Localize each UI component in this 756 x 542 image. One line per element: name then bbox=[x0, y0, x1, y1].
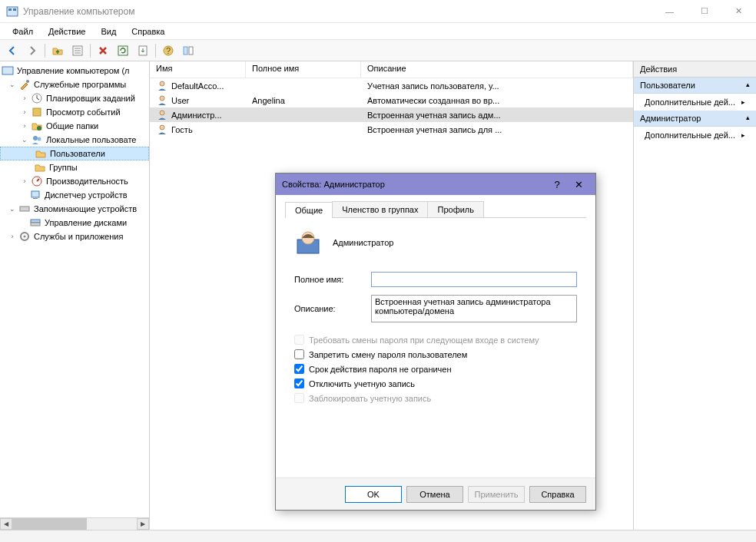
properties-button[interactable] bbox=[68, 41, 87, 60]
expander-icon[interactable]: ⌄ bbox=[20, 135, 29, 144]
actions-header: Действия bbox=[634, 61, 756, 78]
chevron-right-icon: ▸ bbox=[741, 131, 745, 139]
export-button[interactable] bbox=[134, 41, 152, 60]
tree-storage[interactable]: ⌄ Запоминающие устройств bbox=[0, 202, 149, 216]
checkbox-never-expires[interactable] bbox=[294, 364, 304, 374]
expander-icon[interactable]: › bbox=[8, 232, 17, 241]
maximize-button[interactable]: ☐ bbox=[687, 0, 721, 23]
description-input[interactable]: Встроенная учетная запись администратора… bbox=[371, 295, 577, 322]
dialog-titlebar[interactable]: Свойства: Администратор ? ✕ bbox=[276, 174, 595, 195]
col-name[interactable]: Имя bbox=[150, 61, 246, 78]
tab-membership[interactable]: Членство в группах bbox=[332, 201, 428, 217]
svg-rect-21 bbox=[32, 191, 39, 197]
actions-panel: Действия Пользователи▴Дополнительные дей… bbox=[633, 61, 756, 530]
fullname-input[interactable] bbox=[371, 272, 577, 287]
tree-local-users[interactable]: ⌄ Локальные пользовате bbox=[0, 133, 149, 147]
checkbox-account-disabled[interactable] bbox=[294, 378, 304, 388]
expander-icon[interactable]: › bbox=[20, 107, 29, 117]
folder-icon bbox=[35, 147, 47, 160]
user-icon bbox=[156, 109, 168, 121]
user-row[interactable]: ГостьВстроенная учетная запись для ... bbox=[150, 122, 633, 137]
dialog-help-button[interactable]: ? bbox=[546, 179, 568, 190]
menu-action[interactable]: Действие bbox=[41, 25, 93, 38]
back-button[interactable] bbox=[3, 41, 22, 60]
apply-button[interactable]: Применить bbox=[468, 486, 525, 503]
tree-event-viewer[interactable]: › Просмотр событий bbox=[0, 105, 149, 119]
cell-desc: Автоматически созданная во вр... bbox=[367, 96, 499, 105]
tree-root[interactable]: Управление компьютером (л bbox=[0, 64, 149, 78]
help-button[interactable]: Справка bbox=[529, 486, 586, 503]
scroll-thumb[interactable] bbox=[12, 518, 87, 530]
cell-name: Гость bbox=[171, 125, 193, 134]
tree-services[interactable]: › Службы и приложения bbox=[0, 230, 149, 243]
svg-rect-11 bbox=[184, 47, 187, 55]
col-description[interactable]: Описание bbox=[361, 61, 633, 78]
cell-desc: Встроенная учетная запись для ... bbox=[367, 125, 502, 134]
delete-button[interactable] bbox=[94, 41, 112, 60]
svg-point-29 bbox=[160, 96, 164, 101]
check-account-disabled[interactable]: Отключить учетную запись bbox=[294, 378, 577, 388]
svg-point-17 bbox=[37, 126, 41, 131]
checkbox-cannot-change[interactable] bbox=[294, 349, 304, 359]
clock-icon bbox=[31, 92, 43, 104]
user-row[interactable]: UserAngelinaАвтоматически созданная во в… bbox=[150, 93, 633, 107]
check-cannot-change[interactable]: Запретить смену пароля пользователем bbox=[294, 349, 577, 359]
action-link[interactable]: Дополнительные дей...▸ bbox=[634, 94, 756, 111]
help-button[interactable]: ? bbox=[159, 41, 177, 60]
statusbar bbox=[0, 530, 756, 542]
actions-section-head[interactable]: Пользователи▴ bbox=[634, 78, 756, 94]
shared-folder-icon bbox=[31, 120, 43, 132]
forward-button[interactable] bbox=[23, 41, 41, 60]
menu-view[interactable]: Вид bbox=[93, 25, 124, 38]
svg-rect-23 bbox=[20, 207, 29, 211]
tree-users[interactable]: Пользователи bbox=[0, 147, 149, 160]
action-link[interactable]: Дополнительные дей...▸ bbox=[634, 127, 756, 144]
expander-icon[interactable]: › bbox=[20, 121, 29, 131]
tree-groups[interactable]: Группы bbox=[0, 160, 149, 174]
close-button[interactable]: ✕ bbox=[721, 0, 756, 23]
check-never-expires[interactable]: Срок действия пароля не ограничен bbox=[294, 364, 577, 374]
menu-help[interactable]: Справка bbox=[124, 25, 172, 38]
properties-dialog: Свойства: Администратор ? ✕ Общие Членст… bbox=[275, 173, 596, 511]
perf-icon bbox=[31, 175, 43, 187]
users-icon bbox=[31, 134, 43, 146]
tab-general[interactable]: Общие bbox=[285, 202, 333, 218]
expander-icon[interactable]: › bbox=[20, 177, 29, 186]
cell-fullname: Angelina bbox=[252, 96, 285, 105]
scroll-left-button[interactable]: ◀ bbox=[0, 518, 12, 530]
tree-system-tools[interactable]: ⌄ Служебные программы bbox=[0, 78, 149, 91]
expander-icon[interactable]: › bbox=[20, 94, 29, 103]
svg-rect-24 bbox=[31, 220, 40, 223]
menu-file[interactable]: Файл bbox=[5, 25, 41, 38]
tree-panel: Управление компьютером (л ⌄ Служебные пр… bbox=[0, 61, 150, 530]
tree-scheduler[interactable]: › Планировщик заданий bbox=[0, 91, 149, 105]
user-icon bbox=[156, 94, 168, 107]
tree-shared-folders[interactable]: › Общие папки bbox=[0, 119, 149, 133]
cancel-button[interactable]: Отмена bbox=[406, 486, 463, 503]
actions-section-head[interactable]: Администратор▴ bbox=[634, 111, 756, 127]
svg-rect-2 bbox=[13, 8, 16, 11]
check-locked: Заблокировать учетную запись bbox=[294, 393, 577, 403]
user-row[interactable]: Администр...Встроенная учетная запись ад… bbox=[150, 107, 633, 122]
refresh-button[interactable] bbox=[114, 41, 132, 60]
tree-device-manager[interactable]: Диспетчер устройств bbox=[0, 188, 149, 202]
user-large-icon bbox=[294, 229, 322, 256]
ok-button[interactable]: OK bbox=[345, 486, 402, 503]
tree-disk-management[interactable]: Управление дисками bbox=[0, 216, 149, 230]
folder-icon bbox=[34, 161, 46, 174]
tree-performance[interactable]: › Производительность bbox=[0, 174, 149, 188]
svg-point-28 bbox=[160, 81, 164, 86]
minimize-button[interactable]: — bbox=[652, 0, 687, 23]
svg-rect-13 bbox=[2, 67, 13, 74]
svg-rect-0 bbox=[7, 7, 18, 16]
expander-icon[interactable]: ⌄ bbox=[8, 80, 17, 89]
user-row[interactable]: DefaultAcco...Учетная запись пользовател… bbox=[150, 78, 633, 93]
dialog-close-button[interactable]: ✕ bbox=[568, 179, 589, 190]
up-button[interactable] bbox=[48, 41, 67, 60]
scroll-right-button[interactable]: ▶ bbox=[137, 518, 149, 530]
tab-profile[interactable]: Профиль bbox=[427, 201, 484, 217]
expander-icon[interactable]: ⌄ bbox=[8, 204, 17, 213]
col-fullname[interactable]: Полное имя bbox=[246, 61, 361, 78]
tree-scrollbar[interactable]: ◀ ▶ bbox=[0, 517, 149, 530]
show-hide-button[interactable] bbox=[179, 41, 197, 60]
